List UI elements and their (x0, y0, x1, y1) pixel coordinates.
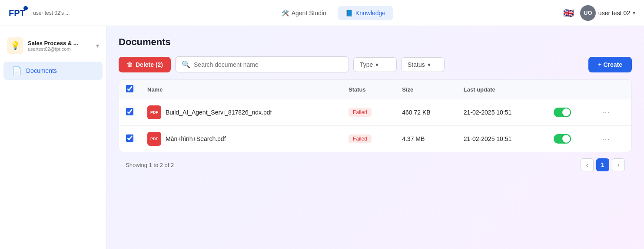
delete-button[interactable]: 🗑 Delete (2) (119, 57, 171, 72)
app-layout: 💡 Sales Process & ... usertest02@fpt.com… (0, 26, 644, 249)
pdf-icon-1: PDF (147, 132, 161, 146)
file-name-1: Màn+hình+Search.pdf (166, 135, 226, 142)
sidebar-menu: 📄 Documents (0, 62, 106, 80)
user-menu[interactable]: UO user test 02 ▾ (580, 5, 635, 21)
project-name: Sales Process & ... (28, 40, 92, 46)
prev-page-button[interactable]: ‹ (581, 158, 594, 171)
header-right: 🇬🇧 UO user test 02 ▾ (563, 5, 635, 21)
project-email: usertest02@fpt.com (28, 46, 92, 52)
project-info: Sales Process & ... usertest02@fpt.com (28, 40, 92, 52)
workspace-label: user test 02's ... (33, 10, 70, 16)
type-filter[interactable]: Type ▾ (353, 57, 397, 72)
project-icon: 💡 (7, 37, 23, 54)
search-box[interactable]: 🔍 (175, 56, 349, 72)
file-name-0: Build_AI_Agent_Servi_817826_ndx.pdf (166, 109, 272, 116)
page-title: Documents (119, 36, 632, 48)
pagination-bar: Showing 1 to 2 of 2 ‹ 1 › (119, 152, 632, 171)
table-row: PDF Màn+hình+Search.pdf Failed 4.37 MB 2… (119, 126, 631, 152)
user-name: user test 02 (598, 10, 630, 16)
language-flag[interactable]: 🇬🇧 (563, 7, 575, 19)
main-content: Documents 🗑 Delete (2) 🔍 Type ▾ Status ▾… (106, 26, 644, 249)
col-actions (592, 80, 631, 99)
status-filter[interactable]: Status ▾ (401, 57, 445, 72)
svg-text:FPT: FPT (9, 8, 25, 18)
current-page[interactable]: 1 (596, 158, 609, 171)
pagination-controls: ‹ 1 › (581, 158, 625, 171)
agent-studio-nav[interactable]: 🛠️ Agent Studio (274, 6, 334, 20)
search-input[interactable] (194, 61, 342, 68)
table-header-row: Name Status Size Last update (119, 80, 631, 99)
header: FPT user test 02's ... 🛠️ Agent Studio 📘… (0, 0, 644, 26)
last-update-0: 21-02-2025 10:51 (457, 99, 547, 126)
pagination-info: Showing 1 to 2 of 2 (126, 162, 174, 168)
toggle-1[interactable] (554, 134, 571, 144)
col-size: Size (395, 80, 457, 99)
status-badge-0: Failed (349, 108, 372, 117)
toggle-0[interactable] (554, 108, 571, 117)
status-label: Status (408, 61, 425, 68)
col-last-update: Last update (457, 80, 547, 99)
col-status: Status (342, 80, 395, 99)
trash-icon: 🗑 (126, 61, 133, 68)
header-nav: 🛠️ Agent Studio 📘 Knowledge (104, 6, 563, 20)
next-page-button[interactable]: › (612, 158, 625, 171)
status-badge-1: Failed (349, 134, 372, 143)
table: Name Status Size Last update PDF Build_A… (119, 80, 631, 152)
toolbar: 🗑 Delete (2) 🔍 Type ▾ Status ▾ + Create (119, 56, 632, 72)
row-checkbox-0[interactable] (126, 108, 133, 115)
row-checkbox-1[interactable] (126, 134, 133, 142)
sidebar-item-label: Documents (26, 67, 57, 74)
file-size-1: 4.37 MB (395, 126, 457, 152)
type-label: Type (360, 61, 373, 68)
project-selector[interactable]: 💡 Sales Process & ... usertest02@fpt.com… (0, 33, 106, 58)
knowledge-nav[interactable]: 📘 Knowledge (338, 6, 393, 20)
create-button[interactable]: + Create (588, 57, 632, 72)
search-icon: 🔍 (182, 60, 190, 69)
col-name: Name (140, 80, 342, 99)
more-button-0[interactable]: ⋯ (599, 106, 612, 119)
user-avatar: UO (580, 5, 596, 21)
last-update-1: 21-02-2025 10:51 (457, 126, 547, 152)
agent-studio-icon: 🛠️ (282, 10, 289, 16)
more-button-1[interactable]: ⋯ (599, 132, 612, 145)
col-toggle (547, 80, 592, 99)
table-row: PDF Build_AI_Agent_Servi_817826_ndx.pdf … (119, 99, 631, 126)
agent-studio-label: Agent Studio (292, 10, 326, 16)
type-chevron-icon: ▾ (375, 61, 378, 68)
file-name-cell-1: PDF Màn+hình+Search.pdf (147, 132, 335, 146)
knowledge-label: Knowledge (355, 10, 385, 16)
file-name-cell-0: PDF Build_AI_Agent_Servi_817826_ndx.pdf (147, 105, 335, 119)
fpt-logo-icon: FPT (9, 4, 30, 22)
logo-area: FPT user test 02's ... (9, 4, 104, 22)
status-chevron-icon: ▾ (428, 61, 431, 68)
knowledge-icon: 📘 (345, 10, 353, 16)
sidebar: 💡 Sales Process & ... usertest02@fpt.com… (0, 26, 106, 249)
project-chevron-icon: ▾ (96, 42, 99, 49)
user-chevron-icon: ▾ (633, 10, 635, 16)
select-all-checkbox[interactable] (126, 85, 133, 92)
documents-icon: 📄 (12, 66, 22, 75)
file-size-0: 460.72 KB (395, 99, 457, 126)
sidebar-item-documents[interactable]: 📄 Documents (3, 62, 103, 80)
documents-table: Name Status Size Last update PDF Build_A… (119, 79, 632, 152)
pdf-icon-0: PDF (147, 105, 161, 119)
